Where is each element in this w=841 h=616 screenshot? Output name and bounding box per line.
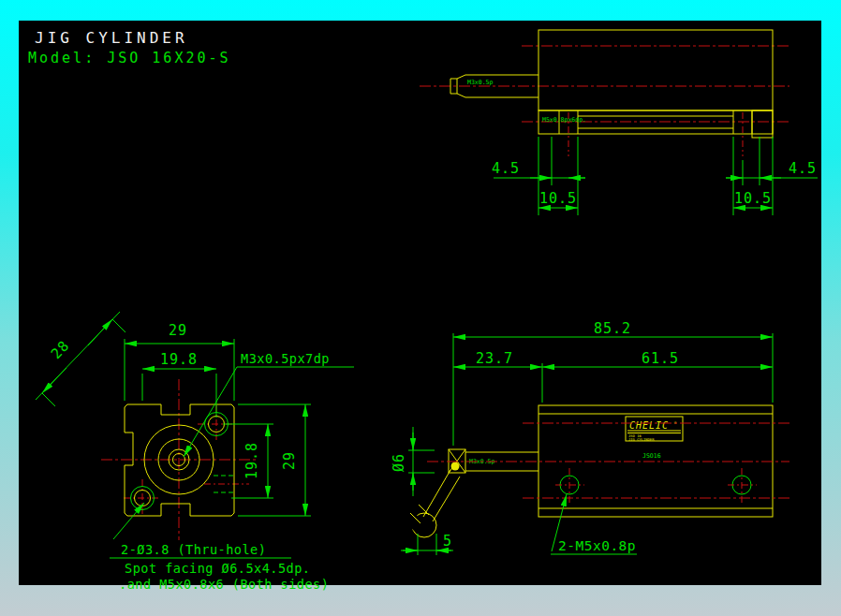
- dim-total-length: 85.2: [594, 320, 631, 337]
- note-side-thread: .and M5x0.8x6 (Both sides): [119, 577, 329, 592]
- center-thread-label: M3x0.5px7dp: [241, 351, 330, 366]
- brand-logo: CHELIC: [629, 420, 669, 431]
- rod-end-dot: [451, 462, 460, 471]
- dim-width: 29: [169, 322, 187, 339]
- dim-body-length: 61.5: [642, 350, 679, 367]
- drawing-sheet: [19, 21, 821, 585]
- note-thru-hole: 2-Ø3.8 (Thru-hole): [121, 542, 266, 557]
- dim-rod-diameter: Ø6: [391, 453, 407, 472]
- dim-rod-length: 23.7: [476, 350, 513, 367]
- page-title: JIG CYLINDER: [35, 29, 188, 47]
- dim-offset-left: 4.5: [492, 160, 520, 177]
- body-code-label: JSO16: [642, 452, 661, 460]
- dim-pitch-left: 10.5: [539, 190, 577, 207]
- nameplate-line2: JIG CYLINDER: [628, 437, 655, 442]
- dim-height: 29: [281, 451, 298, 470]
- dim-offset-right: 4.5: [789, 160, 817, 177]
- dim-flats: 5: [443, 533, 452, 550]
- rod-thread-label: M3x0.5p: [467, 79, 493, 86]
- dim-pitch-right: 10.5: [734, 190, 772, 207]
- model-label: Model: JSO 16X20-S: [28, 50, 231, 66]
- mount-hole-label: 2-M5x0.8p: [558, 538, 636, 553]
- dim-hole-spacing-y: 19.8: [243, 442, 260, 479]
- note-spot-facing: Spot facing Ø6.5x4.5dp.: [125, 561, 310, 576]
- dim-hole-spacing-x: 19.8: [160, 351, 198, 368]
- boss-thread-label: M5x0.8px6dp.: [542, 116, 586, 124]
- cad-drawing-canvas: JIG CYLINDER Model: JSO 16X20-S M3x0.5p …: [0, 0, 841, 616]
